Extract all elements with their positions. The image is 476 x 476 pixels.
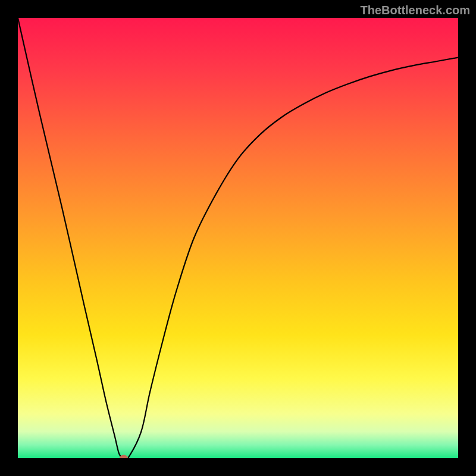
curve-path bbox=[18, 18, 458, 458]
bottleneck-curve bbox=[18, 18, 458, 458]
chart-frame: TheBottleneck.com bbox=[0, 0, 476, 476]
plot-area bbox=[18, 18, 458, 458]
optimal-point-marker bbox=[120, 455, 128, 459]
watermark-text: TheBottleneck.com bbox=[361, 4, 470, 17]
